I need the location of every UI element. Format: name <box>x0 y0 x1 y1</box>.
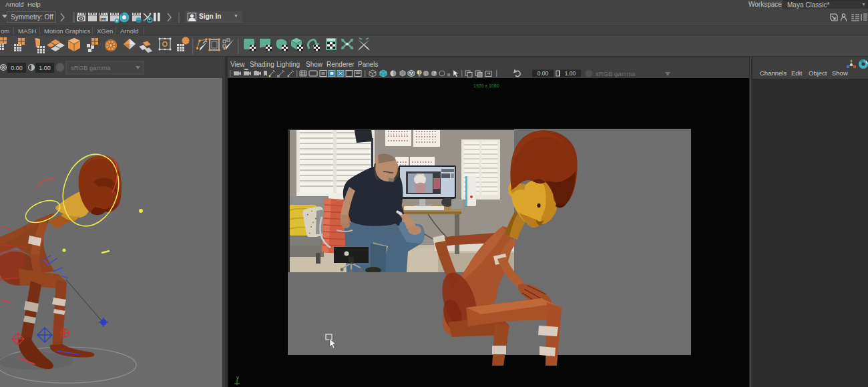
svg-text:1.00: 1.00 <box>39 65 51 71</box>
svg-text:1.00: 1.00 <box>565 70 576 77</box>
svg-text:1920 x 1080: 1920 x 1080 <box>473 83 499 88</box>
svg-text:y: y <box>236 374 239 380</box>
svg-text:sRGB gamma: sRGB gamma <box>596 70 636 77</box>
svg-text:0.00: 0.00 <box>537 70 549 77</box>
svg-text:sRGB gamma: sRGB gamma <box>71 64 111 71</box>
svg-text:0.00: 0.00 <box>11 65 23 71</box>
svg-text:IPR: IPR <box>101 17 107 21</box>
